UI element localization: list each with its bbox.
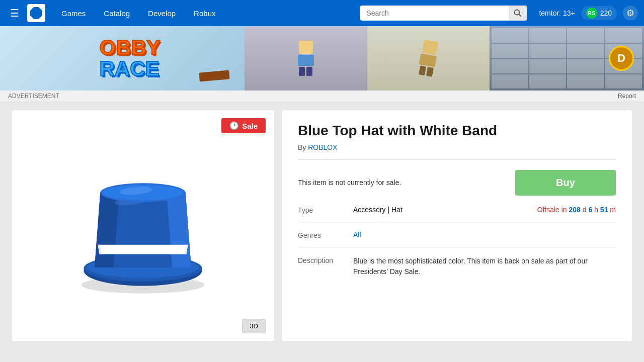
genres-value[interactable]: All: [353, 231, 616, 239]
ad-section-figures2: [367, 26, 490, 90]
figure-leg-right-2: [426, 67, 434, 77]
ad-section-figures1: [245, 26, 367, 90]
hamburger-icon[interactable]: ☰: [6, 5, 23, 21]
genres-label: Genres: [298, 231, 353, 239]
window: [529, 59, 566, 73]
window: [492, 59, 528, 73]
window: [567, 74, 604, 89]
buy-row: This item is not currently for sale. Buy: [298, 170, 616, 196]
nav-robux[interactable]: Robux: [186, 5, 223, 22]
window: [492, 74, 528, 89]
item-image-card: 🕐 Sale: [12, 110, 274, 341]
nav-games[interactable]: Games: [53, 5, 94, 22]
window: [529, 28, 566, 43]
figure-leg-left-2: [419, 65, 426, 75]
offsale-prefix: Offsale in: [537, 206, 569, 214]
navbar: ☰ Games Catalog Develop Robux temtor: 13…: [0, 0, 644, 26]
nav-links: Games Catalog Develop Robux: [53, 5, 223, 22]
window: [492, 44, 528, 58]
figure-legs-2: [419, 65, 434, 76]
advertisement-label: ADVERTISEMENT: [8, 93, 59, 100]
item-details-panel: Blue Top Hat with White Band By ROBLOX T…: [282, 110, 632, 341]
figure-body-2: [419, 53, 437, 67]
description-label: Description: [298, 256, 353, 264]
creator-link[interactable]: ROBLOX: [308, 143, 337, 151]
report-link[interactable]: Report: [618, 93, 636, 100]
figure-body: [298, 55, 314, 66]
figure-leg-left: [299, 67, 305, 76]
robux-amount: 220: [600, 9, 612, 17]
item-title: Blue Top Hat with White Band: [298, 122, 616, 139]
window: [567, 44, 604, 58]
divider: [298, 159, 616, 160]
figure-head-2: [422, 40, 438, 55]
d-badge: D: [609, 46, 634, 71]
window: [529, 74, 566, 89]
window: [529, 44, 566, 58]
robux-icon: RS: [586, 8, 597, 19]
sale-badge-label: Sale: [242, 122, 258, 130]
buy-button[interactable]: Buy: [515, 170, 616, 196]
ad-section-obby: OBBY RACE: [0, 26, 245, 90]
offsale-m: m: [610, 206, 616, 214]
race-text: RACE: [100, 58, 160, 79]
roblox-logo[interactable]: [27, 4, 45, 22]
offsale-d: d: [583, 206, 587, 214]
window: [567, 59, 604, 73]
hat-image: [57, 135, 228, 316]
roblox-figure-2: [413, 39, 443, 78]
window: [605, 74, 642, 89]
search-button[interactable]: [509, 6, 527, 21]
nav-right: temtor: 13+ RS 220 ⚙: [539, 6, 638, 21]
nav-develop[interactable]: Develop: [140, 5, 184, 22]
by-label: By: [298, 143, 306, 151]
hat-svg: [62, 145, 223, 306]
offsale-hours: 6: [588, 206, 592, 214]
description-row: Description Blue is the most sophisticat…: [298, 256, 616, 285]
search-bar: [360, 6, 527, 21]
obby-race-text: OBBY RACE: [85, 37, 160, 79]
window: [605, 28, 642, 43]
genres-row: Genres All: [298, 231, 616, 248]
ad-banner: OBBY RACE: [0, 26, 644, 90]
type-value: Accessory | Hat: [353, 206, 537, 214]
window: [567, 28, 604, 43]
search-icon: [514, 9, 522, 17]
figure-leg-right: [306, 67, 312, 76]
offsale-days: 208: [569, 206, 581, 214]
roblox-figure-1: [293, 41, 318, 76]
description-value: Blue is the most sophisticated color. Th…: [353, 256, 616, 277]
svg-line-1: [519, 15, 521, 17]
figure-legs: [299, 67, 312, 76]
logo-icon: [30, 7, 42, 19]
ad-section-city: D: [490, 26, 644, 90]
username-label: temtor: 13+: [539, 9, 575, 17]
sale-clock-icon: 🕐: [229, 121, 239, 130]
nav-catalog[interactable]: Catalog: [96, 5, 138, 22]
not-for-sale-text: This item is not currently for sale.: [298, 178, 401, 187]
sale-badge[interactable]: 🕐 Sale: [221, 118, 266, 133]
main-content: 🕐 Sale: [0, 102, 644, 349]
figure-head: [299, 41, 313, 54]
offsale-h: h: [594, 206, 598, 214]
window: [492, 28, 528, 43]
settings-button[interactable]: ⚙: [623, 6, 638, 21]
view-3d-button[interactable]: 3D: [242, 319, 266, 333]
type-row: Type Accessory | Hat Offsale in 208 d 6 …: [298, 206, 616, 223]
type-label: Type: [298, 206, 353, 214]
offsale-mins: 51: [600, 206, 608, 214]
obby-text: OBBY: [100, 37, 160, 58]
item-by: By ROBLOX: [298, 143, 616, 151]
obstacle-decoration: [199, 70, 230, 81]
search-input[interactable]: [360, 6, 509, 20]
ad-footer: ADVERTISEMENT Report: [0, 90, 644, 102]
robux-display[interactable]: RS 220: [581, 6, 617, 20]
offsale-text: Offsale in 208 d 6 h 51 m: [537, 206, 616, 214]
